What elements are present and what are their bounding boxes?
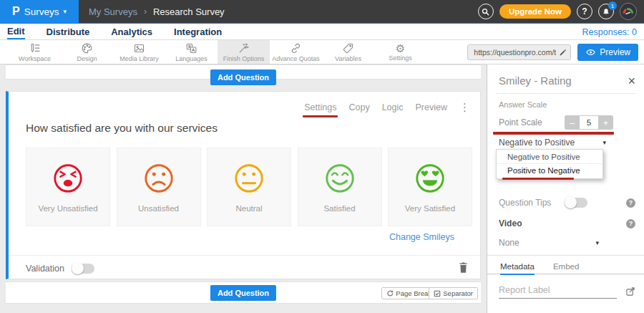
separator-button[interactable]: Separator	[429, 287, 478, 299]
eye-icon	[585, 48, 596, 57]
scale-direction-dropdown: Negative to Positive Positive to Negativ…	[496, 149, 603, 179]
very-satisfied-smiley-icon	[414, 162, 447, 198]
question-tab-preview[interactable]: Preview	[416, 102, 447, 112]
metadata-embed-tabs: Metadata Embed	[487, 261, 644, 274]
point-scale-row: Point Scale – 5 +	[499, 115, 613, 130]
notifications-button[interactable]: 1	[598, 4, 614, 19]
breadcrumb-separator-icon: ›	[144, 6, 147, 16]
nav-tab-distribute[interactable]: Distribute	[47, 25, 90, 39]
search-icon	[481, 7, 490, 16]
question-mark-icon: ?	[582, 6, 587, 16]
delete-question-button[interactable]	[458, 261, 469, 276]
point-scale-label: Point Scale	[499, 117, 542, 127]
image-icon	[133, 42, 145, 54]
toolbar-media-library[interactable]: Media Library	[113, 40, 165, 64]
chevron-down-icon: ▾	[595, 239, 599, 246]
smiley-option-unsatisfied[interactable]: Unsatisfied	[117, 148, 201, 226]
toolbar-languages[interactable]: Languages	[165, 40, 218, 64]
page-break-icon	[386, 290, 394, 297]
toolbar-settings[interactable]: ⚙ Settings	[374, 40, 426, 64]
smiley-option-satisfied[interactable]: Satisfied	[298, 148, 382, 226]
smiley-label: Unsatisfied	[138, 204, 179, 213]
option-positive-to-negative[interactable]: Positive to Negative	[497, 164, 602, 178]
link-icon	[290, 42, 302, 54]
question-tips-toggle[interactable]	[565, 198, 587, 208]
separator-checkbox-icon	[434, 290, 441, 297]
user-avatar[interactable]	[620, 3, 637, 20]
smiley-option-neutral[interactable]: Neutral	[207, 148, 291, 226]
tab-metadata[interactable]: Metadata	[500, 261, 535, 275]
product-switcher[interactable]: P Surveys ▾	[0, 0, 79, 24]
toolbar-design[interactable]: Design	[61, 40, 113, 64]
nav-tab-analytics[interactable]: Analytics	[111, 25, 152, 39]
increase-button[interactable]: +	[598, 115, 613, 130]
top-header: P Surveys ▾ My Surveys › Research Survey…	[0, 0, 644, 24]
question-tab-logic[interactable]: Logic	[382, 102, 404, 112]
validation-toggle[interactable]	[72, 264, 94, 274]
survey-url-input[interactable]	[467, 44, 571, 60]
breadcrumb-my-surveys[interactable]: My Surveys	[89, 6, 137, 17]
questionpro-logo: P	[12, 5, 20, 18]
toolbar-right: Preview	[467, 40, 644, 64]
survey-url-box	[467, 44, 571, 60]
question-tab-settings[interactable]: Settings	[304, 102, 336, 112]
decrease-button[interactable]: –	[565, 115, 580, 130]
question-tabs: Settings Copy Logic Preview ⋮	[304, 102, 470, 112]
card-divider	[9, 255, 480, 256]
preview-button[interactable]: Preview	[577, 44, 638, 61]
smiley-scale: Very Unsatisfied Unsatisfied Neutral Sat…	[26, 148, 472, 226]
edit-pencil-icon[interactable]	[559, 48, 567, 57]
option-negative-to-positive[interactable]: Negative to Positive	[497, 150, 602, 164]
smiley-label: Neutral	[235, 204, 262, 213]
scale-direction-select[interactable]: Negative to Positive ▾	[499, 138, 606, 148]
toolbar-variables[interactable]: Variables	[322, 40, 374, 64]
editor-toolbar: Workspace Design Media Library Languages…	[0, 40, 644, 64]
avatar-gauge-image	[620, 4, 636, 19]
add-question-button-bottom[interactable]: Add Question	[210, 285, 276, 301]
add-question-button-top[interactable]: Add Question	[210, 69, 276, 85]
upgrade-now-button[interactable]: Upgrade Now	[499, 4, 571, 19]
annotation-underline-settings	[303, 115, 338, 118]
video-select-value: None	[499, 238, 519, 248]
point-scale-value: 5	[580, 115, 598, 130]
workspace-icon	[29, 42, 41, 54]
toolbar-workspace[interactable]: Workspace	[9, 40, 61, 64]
help-button[interactable]: ?	[577, 4, 592, 19]
smiley-label: Satisfied	[323, 204, 355, 213]
tab-embed[interactable]: Embed	[553, 261, 579, 274]
panel-header: Smiley - Rating ×	[499, 74, 635, 87]
video-select[interactable]: None ▾	[499, 238, 599, 248]
tag-icon	[342, 42, 354, 54]
close-icon[interactable]: ×	[628, 75, 635, 87]
annotation-underline-point-scale	[493, 132, 614, 135]
breadcrumb-current-survey: Research Survey	[153, 6, 225, 17]
answer-scale-label: Answer Scale	[499, 100, 547, 109]
panel-title: Smiley - Rating	[499, 74, 572, 87]
video-label: Video	[499, 218, 522, 228]
search-button[interactable]	[478, 4, 494, 19]
question-title[interactable]: How satisfied are you with our services	[26, 122, 218, 135]
question-tab-copy[interactable]: Copy	[348, 102, 369, 112]
nav-tab-integration[interactable]: Integration	[174, 25, 222, 39]
validation-row: Validation	[26, 261, 469, 276]
open-editor-icon[interactable]	[625, 286, 635, 297]
gear-icon: ⚙	[396, 43, 405, 54]
smiley-label: Very Unsatisfied	[38, 204, 97, 213]
help-icon[interactable]: ?	[626, 219, 635, 228]
change-smileys-link[interactable]: Change Smileys	[389, 232, 454, 242]
toolbar-finish-options[interactable]: Finish Options	[218, 40, 270, 64]
palette-icon	[81, 42, 93, 54]
toolbar-advance-quotas[interactable]: Advance Quotas	[270, 40, 322, 64]
smiley-option-very-satisfied[interactable]: Very Satisfied	[388, 148, 472, 226]
help-icon[interactable]: ?	[626, 198, 635, 208]
smiley-option-very-unsatisfied[interactable]: Very Unsatisfied	[26, 148, 110, 226]
responses-count[interactable]: Responses: 0	[582, 27, 637, 37]
nav-tab-edit[interactable]: Edit	[7, 24, 25, 39]
panel-divider	[487, 255, 644, 256]
kebab-menu-icon[interactable]: ⋮	[459, 102, 470, 112]
scale-direction-value: Negative to Positive	[499, 138, 575, 148]
smiley-label: Very Satisfied	[405, 204, 455, 213]
trash-icon	[458, 261, 469, 274]
report-label-input[interactable]	[499, 285, 617, 299]
validation-label: Validation	[26, 264, 64, 274]
